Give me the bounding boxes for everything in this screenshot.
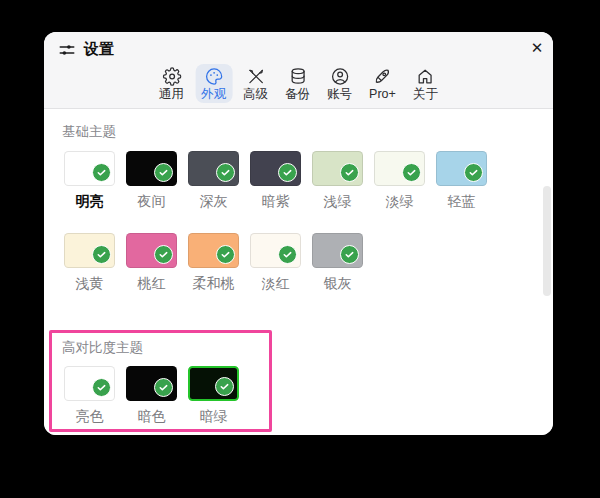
theme-label: 夜间	[138, 192, 166, 211]
theme-cell[interactable]: 深灰	[188, 151, 239, 211]
close-button[interactable]: ✕	[525, 36, 549, 60]
theme-cell[interactable]: 明亮	[64, 151, 115, 211]
theme-swatch[interactable]	[312, 233, 363, 268]
theme-swatch[interactable]	[126, 233, 177, 268]
theme-swatch[interactable]	[436, 151, 487, 186]
account-icon	[330, 67, 349, 86]
theme-label: 暗绿	[200, 407, 228, 426]
selected-check-icon	[340, 163, 359, 182]
theme-swatch[interactable]	[250, 151, 301, 186]
selected-check-icon	[92, 245, 111, 264]
selected-check-icon	[216, 163, 235, 182]
theme-label: 深灰	[200, 192, 228, 211]
theme-cell[interactable]: 淡绿	[374, 151, 425, 211]
selected-check-icon	[92, 163, 111, 182]
selected-check-icon	[278, 163, 297, 182]
gear-icon	[162, 67, 181, 86]
high-contrast-section-annotated: 高对比度主题 亮色 暗色 暗绿	[49, 330, 272, 432]
tools-icon	[246, 67, 265, 86]
settings-window: 设置 ✕ 通用 外观 高级 备份 账号 Pro+ 关于 基础主题 明亮	[44, 32, 553, 435]
appearance-panel: 基础主题 明亮 夜间 深灰 暗紫	[44, 109, 553, 435]
theme-label: 桃红	[138, 274, 166, 293]
theme-cell[interactable]: 暗绿	[188, 366, 239, 426]
theme-cell[interactable]: 夜间	[126, 151, 177, 211]
theme-cell[interactable]: 柔和桃	[188, 233, 239, 293]
theme-swatch[interactable]	[126, 366, 177, 401]
selected-check-icon	[215, 377, 234, 396]
theme-label: 淡红	[262, 274, 290, 293]
window-title: 设置	[84, 40, 114, 59]
theme-label: 浅黄	[76, 274, 104, 293]
theme-label: 亮色	[76, 407, 104, 426]
selected-check-icon	[154, 378, 173, 397]
theme-swatch[interactable]	[188, 233, 239, 268]
settings-tabbar: 通用 外观 高级 备份 账号 Pro+ 关于	[153, 64, 444, 103]
title-row: 设置	[58, 40, 114, 59]
theme-swatch[interactable]	[250, 233, 301, 268]
selected-check-icon	[464, 163, 483, 182]
theme-label: 淡绿	[386, 192, 414, 211]
theme-swatch[interactable]	[126, 151, 177, 186]
tab-backup[interactable]: 备份	[279, 64, 316, 103]
theme-label: 轻蓝	[448, 192, 476, 211]
theme-cell[interactable]: 轻蓝	[436, 151, 487, 211]
theme-label: 柔和桃	[193, 274, 235, 293]
theme-swatch[interactable]	[64, 151, 115, 186]
tab-appearance[interactable]: 外观	[195, 64, 232, 103]
theme-cell[interactable]: 银灰	[312, 233, 363, 293]
tab-about[interactable]: 关于	[407, 64, 444, 103]
selected-check-icon	[340, 245, 359, 264]
selected-check-icon	[278, 245, 297, 264]
theme-cell[interactable]: 暗色	[126, 366, 177, 426]
selected-check-icon	[154, 163, 173, 182]
selected-check-icon	[402, 163, 421, 182]
theme-cell[interactable]: 浅绿	[312, 151, 363, 211]
theme-swatch[interactable]	[312, 151, 363, 186]
high-contrast-grid: 亮色 暗色 暗绿	[64, 366, 269, 426]
selected-check-icon	[154, 245, 173, 264]
theme-cell[interactable]: 亮色	[64, 366, 115, 426]
tab-advanced[interactable]: 高级	[237, 64, 274, 103]
palette-icon	[204, 67, 223, 86]
home-icon	[416, 67, 435, 86]
sliders-icon	[58, 41, 76, 59]
selected-check-icon	[216, 245, 235, 264]
theme-label: 暗紫	[262, 192, 290, 211]
theme-label: 浅绿	[324, 192, 352, 211]
basic-themes-grid: 明亮 夜间 深灰 暗紫 浅绿	[64, 151, 488, 293]
theme-swatch[interactable]	[64, 366, 115, 401]
database-icon	[288, 67, 307, 86]
theme-cell[interactable]: 淡红	[250, 233, 301, 293]
basic-themes-title: 基础主题	[62, 123, 553, 140]
theme-cell[interactable]: 暗紫	[250, 151, 301, 211]
tab-general[interactable]: 通用	[153, 64, 190, 103]
theme-label: 暗色	[138, 407, 166, 426]
theme-swatch[interactable]	[374, 151, 425, 186]
rocket-icon	[373, 67, 392, 86]
theme-swatch[interactable]	[64, 233, 115, 268]
theme-label: 明亮	[76, 192, 104, 211]
theme-cell[interactable]: 浅黄	[64, 233, 115, 293]
selected-check-icon	[92, 378, 111, 397]
theme-label: 银灰	[324, 274, 352, 293]
high-contrast-title: 高对比度主题	[62, 339, 269, 356]
basic-themes-section: 基础主题 明亮 夜间 深灰 暗紫	[44, 109, 553, 293]
scrollbar-thumb[interactable]	[543, 186, 551, 296]
theme-swatch[interactable]	[188, 151, 239, 186]
theme-swatch[interactable]	[188, 366, 239, 401]
theme-cell[interactable]: 桃红	[126, 233, 177, 293]
tab-pro[interactable]: Pro+	[363, 64, 402, 103]
tab-account[interactable]: 账号	[321, 64, 358, 103]
window-header: 设置 ✕ 通用 外观 高级 备份 账号 Pro+ 关于	[44, 32, 553, 109]
